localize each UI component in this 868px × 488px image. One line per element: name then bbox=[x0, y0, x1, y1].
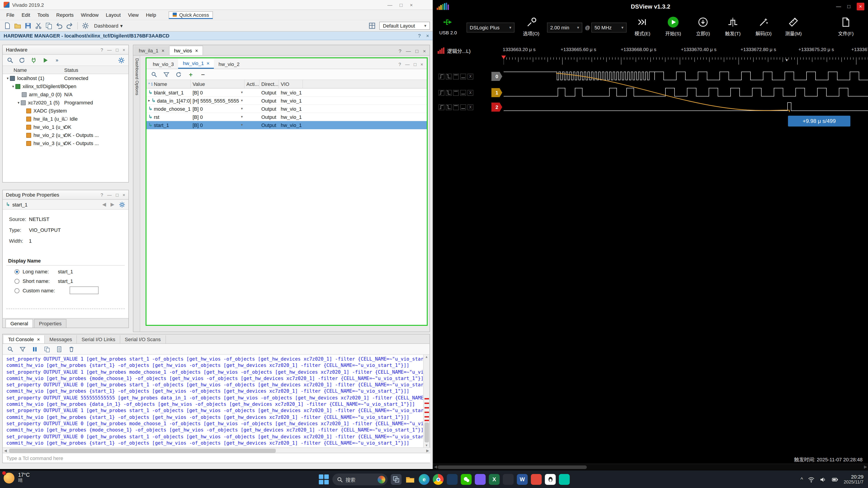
tab-hw-vios[interactable]: hw_vios × bbox=[169, 46, 203, 55]
float-icon[interactable]: □ bbox=[116, 47, 119, 52]
save-icon[interactable] bbox=[24, 21, 33, 30]
weather-widget[interactable]: 17°C 晴 bbox=[4, 472, 30, 484]
start-button[interactable]: 开始(S) bbox=[660, 15, 686, 37]
trigger-fall-icon[interactable] bbox=[446, 90, 452, 96]
instant-button[interactable]: 立即(I) bbox=[690, 15, 716, 37]
edge-icon[interactable]: e bbox=[418, 474, 430, 485]
scroll-right-icon[interactable]: ▶ bbox=[426, 449, 429, 453]
trigger-fall-icon[interactable] bbox=[446, 73, 452, 79]
value-dropdown-icon[interactable]: ▾ bbox=[241, 107, 243, 111]
network-icon[interactable] bbox=[808, 476, 815, 483]
help-icon[interactable]: ? bbox=[399, 48, 401, 54]
options-button[interactable]: 选项(O) bbox=[518, 15, 544, 37]
dashboard-options-strip[interactable]: Dashboard Options bbox=[133, 56, 140, 332]
expand-icon[interactable]: ▸ bbox=[148, 98, 150, 103]
maximize-icon[interactable]: □ bbox=[847, 4, 850, 9]
probe-row-blank-start-1[interactable]: ↳blank_start_1 [B] 0▾ Output hw_vio_1 bbox=[147, 89, 427, 97]
vertical-scrollbar[interactable]: ▲ ▼ bbox=[423, 355, 430, 447]
menu-edit[interactable]: Edit bbox=[18, 11, 34, 19]
fast-forward-icon[interactable]: » bbox=[53, 56, 61, 65]
taskbar-clock[interactable]: 20:29 2025/11/7 bbox=[844, 474, 864, 485]
refresh-icon[interactable] bbox=[17, 56, 26, 65]
task-view-icon[interactable] bbox=[391, 474, 401, 485]
close-icon[interactable]: × bbox=[207, 61, 210, 66]
debug-probe-panel-header[interactable]: Debug Probe Properties ? — □ × bbox=[3, 190, 128, 200]
quick-access-button[interactable]: Quick Access bbox=[169, 11, 213, 19]
search-icon[interactable] bbox=[150, 70, 159, 79]
float-icon[interactable]: □ bbox=[116, 192, 119, 197]
add-probe-icon[interactable]: + bbox=[186, 70, 195, 79]
probe-row-data-in-1[interactable]: ▸↳data_in_1[47:0] [H] 5555_5555_5555▾ Ou… bbox=[147, 97, 427, 105]
column-name[interactable]: ^ 1 Name bbox=[147, 80, 191, 88]
collapse-icon[interactable]: ▾ bbox=[11, 84, 16, 88]
minimize-icon[interactable]: — bbox=[406, 48, 411, 54]
channel-2-badge[interactable]: 2 bbox=[491, 103, 502, 111]
settings-icon[interactable] bbox=[81, 21, 90, 30]
probe-row-mode-choose-1[interactable]: ↳mode_choose_1 [B] 0▾ Output hw_vio_1 bbox=[147, 105, 427, 113]
column-value[interactable]: Value bbox=[191, 80, 245, 88]
connect-icon[interactable] bbox=[29, 56, 38, 65]
help-icon[interactable]: ? bbox=[418, 33, 421, 38]
filter-icon[interactable] bbox=[162, 70, 171, 79]
close-icon[interactable]: × bbox=[195, 48, 198, 53]
back-icon[interactable]: ◀ bbox=[102, 201, 106, 207]
layout-selector[interactable]: Default Layout ▾ bbox=[379, 22, 430, 30]
device-selector[interactable]: DSLogic Plus ▾ bbox=[467, 23, 515, 33]
trigger-any-icon[interactable]: X bbox=[467, 90, 473, 96]
minimize-icon[interactable]: — bbox=[836, 4, 841, 9]
trigger-low-icon[interactable] bbox=[460, 90, 466, 96]
word-icon[interactable]: W bbox=[517, 474, 528, 485]
channel-1-badge[interactable]: 1 bbox=[491, 88, 502, 97]
logic-analyzer-mode[interactable]: 逻辑分...L) bbox=[438, 47, 471, 54]
minimize-icon[interactable]: — bbox=[388, 2, 393, 7]
cursor-marker-icon[interactable]: ▾ bbox=[786, 58, 788, 62]
forward-icon[interactable]: ▶ bbox=[111, 201, 114, 207]
probe-settings-icon[interactable] bbox=[119, 201, 125, 207]
tree-row-localhost[interactable]: ▾ localhost (1) Connected bbox=[3, 74, 128, 82]
column-vio[interactable]: VIO bbox=[279, 80, 303, 88]
scrollbar-thumb[interactable] bbox=[425, 422, 429, 442]
close-icon[interactable]: × bbox=[410, 2, 413, 7]
probe-row-start-1-selected[interactable]: ↳start_1 [B] 0▾ Output hw_vio_1 bbox=[147, 121, 427, 129]
close-icon[interactable]: × bbox=[123, 192, 125, 197]
menu-file[interactable]: File bbox=[3, 11, 18, 19]
clear-icon[interactable] bbox=[67, 345, 76, 354]
undo-icon[interactable] bbox=[55, 21, 64, 30]
scroll-right-icon[interactable]: ▶ bbox=[864, 464, 867, 469]
copy-icon[interactable] bbox=[42, 345, 52, 354]
samplerate-selector[interactable]: 50 MHz ▾ bbox=[591, 23, 627, 33]
scrollbar-thumb[interactable] bbox=[438, 465, 587, 469]
volume-icon[interactable] bbox=[820, 476, 827, 483]
trigger-any-icon[interactable]: X bbox=[467, 104, 473, 110]
value-dropdown-icon[interactable]: ▾ bbox=[241, 123, 243, 127]
close-icon[interactable]: × bbox=[123, 47, 125, 52]
minimize-icon[interactable]: — bbox=[405, 62, 410, 67]
tab-serial-io-scans[interactable]: Serial I/O Scans bbox=[120, 335, 166, 344]
dsview-scrollbar[interactable]: ◀ ▶ bbox=[433, 464, 868, 470]
tab-hw-ila-1[interactable]: hw_ila_1 × bbox=[134, 46, 169, 55]
scroll-left-icon[interactable]: ◀ bbox=[4, 449, 7, 453]
help-icon[interactable]: ? bbox=[101, 47, 103, 52]
dsview-titlebar[interactable]: DSView v1.3.2 — □ × bbox=[433, 0, 868, 13]
radio-icon[interactable] bbox=[14, 279, 20, 284]
menu-help[interactable]: Help bbox=[142, 11, 160, 19]
trigger-any-icon[interactable]: X bbox=[467, 73, 473, 79]
tree-row-hw-vio-3[interactable]: hw_vio_3 (u_v OK - Outputs ... bbox=[3, 139, 128, 147]
trigger-high-icon[interactable] bbox=[453, 90, 459, 96]
tree-row-hw-ila-1[interactable]: hw_ila_1 (u_ila Idle bbox=[3, 115, 128, 123]
menu-tools[interactable]: Tools bbox=[34, 11, 53, 19]
redo-icon[interactable] bbox=[65, 21, 74, 30]
minimize-icon[interactable]: — bbox=[107, 192, 112, 197]
value-dropdown-icon[interactable]: ▾ bbox=[241, 98, 243, 103]
tree-row-hw-vio-2[interactable]: hw_vio_2 (u_v OK - Outputs ... bbox=[3, 131, 128, 139]
scroll-up-icon[interactable]: ▲ bbox=[424, 355, 430, 358]
decode-button[interactable]: 解码(D) bbox=[750, 15, 777, 37]
tree-row-target[interactable]: ▾ xilinx_tcf/Digilent/B Open bbox=[3, 82, 128, 90]
chrome-icon[interactable] bbox=[433, 474, 443, 485]
close-icon[interactable]: × bbox=[857, 2, 864, 10]
taskbar-search[interactable]: 搜索 bbox=[332, 474, 388, 485]
custom-name-input[interactable] bbox=[70, 287, 98, 294]
value-dropdown-icon[interactable]: ▾ bbox=[241, 115, 243, 119]
console-output[interactable]: set_property OUTPUT_VALUE 1 [get_hw_prob… bbox=[3, 355, 423, 447]
trigger-rise-icon[interactable] bbox=[438, 104, 444, 110]
